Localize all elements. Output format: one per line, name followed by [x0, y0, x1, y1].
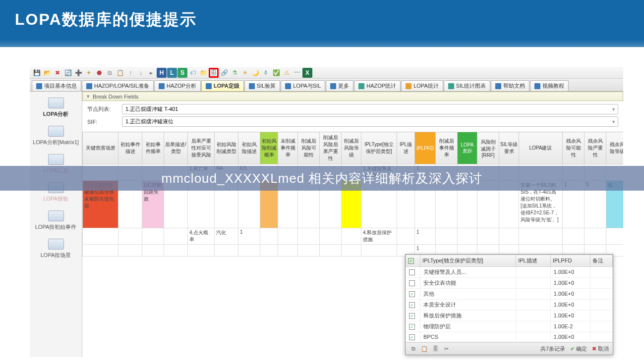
tab-HAZOP分析[interactable]: HAZOP分析	[154, 80, 201, 91]
filter-icon[interactable]: ⚗	[230, 68, 239, 78]
sidebar-item-LOPA分析[interactable]: LOPA分析	[30, 94, 82, 122]
cell[interactable]	[298, 228, 320, 245]
popup-row[interactable]: 其他1.00E+0	[406, 288, 613, 299]
cell[interactable]	[83, 228, 118, 245]
stop-icon[interactable]: ⬣	[94, 68, 104, 78]
open-icon[interactable]: 📂	[42, 68, 52, 78]
data-grid[interactable]: 关键危害场景初始事件描述初始事件频率后果描述/类型后果严重性对应可接受风险初始风…	[82, 132, 623, 257]
s-icon[interactable]: S	[177, 68, 187, 78]
popup-row[interactable]: 安全仪表功能1.00E+0	[406, 277, 613, 288]
flask-icon[interactable]: ⚱	[261, 68, 271, 78]
tab-更多[interactable]: 更多	[326, 80, 353, 91]
checkbox-all[interactable]	[408, 258, 414, 264]
cell[interactable]	[519, 228, 563, 245]
sun-icon[interactable]: ☀	[240, 68, 250, 78]
tab-HAZOP/LOPA/SIL准备[interactable]: HAZOP/LOPA/SIL准备	[82, 80, 154, 91]
l-icon[interactable]: L	[167, 68, 177, 78]
bd-select[interactable]: 1.正己烷缓冲罐液位▾	[122, 116, 618, 127]
popup-row[interactable]: 释放后保护措施1.00E+0	[406, 310, 613, 321]
copy-icon[interactable]: ⧉	[105, 68, 115, 78]
col-header[interactable]: 初始风险削减概率	[260, 132, 278, 164]
save-icon[interactable]: 💾	[32, 68, 42, 78]
col-header[interactable]: 初始风险描述	[238, 132, 260, 164]
ipl-popup-table[interactable]: IPLType[独立保护层类型]IPL描述IPLPFD备注关键报警及人员...1…	[406, 255, 613, 342]
link-icon[interactable]: 🔗	[219, 68, 229, 78]
cell[interactable]	[278, 228, 298, 245]
popup-row[interactable]: 本质安全设计1.00E+0	[406, 299, 613, 310]
cell[interactable]	[320, 228, 342, 245]
add-icon[interactable]: ➕	[73, 68, 83, 78]
col-header[interactable]: LOPA差距	[458, 132, 477, 164]
popup-db-icon[interactable]: 🗄	[431, 345, 439, 353]
tab-帮助文档[interactable]: 帮助文档	[491, 80, 529, 91]
popup-row[interactable]: 关键报警及人员...1.00E+0	[406, 266, 613, 277]
excel-icon[interactable]: X	[302, 68, 312, 78]
tab-LOPA定级[interactable]: LOPA定级	[201, 80, 244, 91]
tab-SIL验算[interactable]: SIL验算	[244, 80, 281, 91]
checkbox[interactable]	[409, 302, 415, 308]
tab-LOPA与SIL[interactable]: LOPA与SIL	[281, 80, 325, 91]
cell[interactable]	[164, 245, 188, 257]
popup-col[interactable]: 备注	[590, 255, 613, 266]
checkbox[interactable]	[409, 334, 415, 340]
col-header[interactable]: IPLPFD	[415, 132, 436, 164]
cell[interactable]	[458, 228, 477, 245]
sidebar-item-LOPA按初始事件[interactable]: LOPA按初始事件	[30, 207, 82, 235]
popup-col[interactable]: IPLType[独立保护层类型]	[420, 255, 516, 266]
tab-视频教程[interactable]: 视频教程	[530, 80, 569, 91]
col-header[interactable]: 初始事件描述	[118, 132, 142, 164]
col-header[interactable]: 削减后风险等级	[342, 132, 361, 164]
cell[interactable]	[188, 245, 215, 257]
col-header[interactable]: 残余风险等级	[606, 132, 624, 164]
cell[interactable]	[585, 228, 606, 245]
popup-col[interactable]: IPL描述	[516, 255, 551, 266]
checkbox[interactable]	[409, 324, 415, 330]
checkbox[interactable]	[409, 280, 415, 286]
cell[interactable]	[606, 228, 624, 245]
cell[interactable]	[215, 245, 238, 257]
tab-HAZOP统计[interactable]: HAZOP统计	[354, 80, 401, 91]
tab-SIL统计图表[interactable]: SIL统计图表	[444, 80, 491, 91]
folder-icon[interactable]: 📁	[198, 68, 208, 78]
col-header[interactable]: LOPA建议	[519, 132, 563, 164]
cell[interactable]	[83, 245, 118, 257]
db-icon[interactable]: 🗄	[209, 68, 219, 78]
cell[interactable]	[142, 245, 164, 257]
collapse-icon[interactable]: ▾	[87, 93, 90, 100]
tab-LOPA统计[interactable]: LOPA统计	[401, 80, 443, 91]
popup-cancel-button[interactable]: ✖取消	[592, 345, 609, 353]
popup-col[interactable]: IPLPFD	[550, 255, 590, 266]
popup-ok-button[interactable]: ✔确定	[570, 345, 587, 353]
cell[interactable]	[436, 228, 458, 245]
col-header[interactable]: 未削减事件频率	[278, 132, 298, 164]
star-icon[interactable]: ✦	[84, 68, 94, 78]
cell[interactable]	[563, 228, 585, 245]
cell[interactable]: 1	[238, 228, 260, 245]
paste-icon[interactable]: 📋	[115, 68, 125, 78]
col-header[interactable]: 削减后风险可能性	[298, 132, 320, 164]
col-header[interactable]: 残余风险可能性	[563, 132, 585, 164]
popup-row[interactable]: BPCS1.00E+0	[406, 332, 613, 342]
down-icon[interactable]: ↓	[136, 68, 146, 78]
col-header[interactable]: 残余风险严重性	[585, 132, 606, 164]
col-header[interactable]: SIL等级要求	[499, 132, 519, 164]
cell[interactable]	[260, 228, 278, 245]
tag-icon[interactable]: 🏷	[188, 68, 198, 78]
cell[interactable]: 1	[415, 228, 436, 245]
col-header[interactable]: 削减后事件频率	[436, 132, 458, 164]
cell[interactable]	[118, 228, 142, 245]
col-header[interactable]: 风险削减因子[RRF]	[477, 132, 499, 164]
moon-icon[interactable]: 🌙	[250, 68, 260, 78]
col-header[interactable]: 削减后风险后果严重性	[320, 132, 342, 164]
cell[interactable]	[342, 228, 361, 245]
cell[interactable]	[298, 245, 320, 257]
cell[interactable]	[342, 245, 361, 257]
cell[interactable]	[477, 228, 499, 245]
col-header[interactable]: IPLType[独立保护层类型]	[361, 132, 397, 164]
h-icon[interactable]: H	[157, 68, 167, 78]
col-header[interactable]: 后果描述/类型	[164, 132, 188, 164]
popup-paste-icon[interactable]: 📋	[420, 345, 428, 353]
col-header[interactable]: 后果严重性对应可接受风险	[188, 132, 215, 164]
checkbox[interactable]	[409, 269, 415, 275]
cell[interactable]: 汽化	[215, 228, 238, 245]
